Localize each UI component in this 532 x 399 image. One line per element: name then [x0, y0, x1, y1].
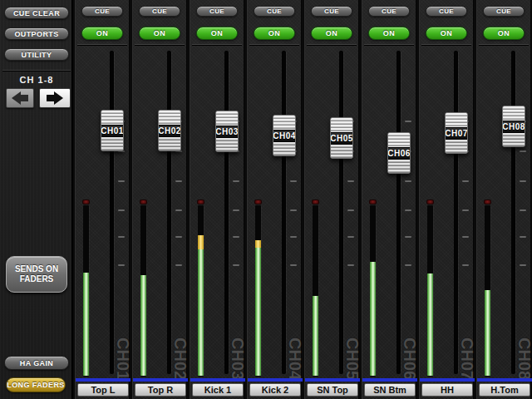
fader-scale-tick — [290, 236, 297, 238]
level-meter-green-segment — [427, 273, 433, 376]
cue-button[interactable]: CUE — [426, 6, 467, 17]
level-meter-green-segment — [198, 249, 204, 376]
cue-clear-button[interactable]: CUE CLEAR — [4, 7, 69, 19]
sends-on-faders-button[interactable]: SENDS ON FADERS — [6, 256, 67, 293]
fader-knob-channel-label: CH04 — [273, 130, 295, 142]
fader-scale-tick — [405, 264, 411, 266]
fader-track — [224, 51, 229, 374]
fader-scale-tick — [462, 180, 469, 182]
channel-color-bar — [76, 378, 131, 382]
fader-knob-grip-bottom — [331, 145, 352, 159]
fader-scale-tick — [290, 264, 297, 266]
channel-strip: CUE ON CH02 CH02 Top R — [132, 0, 187, 399]
arrow-left-icon — [12, 91, 28, 105]
strip-divider — [421, 44, 471, 45]
fader-knob-channel-label: CH02 — [159, 125, 180, 137]
channel-name-plate[interactable]: HH — [421, 383, 473, 397]
cue-button[interactable]: CUE — [311, 6, 352, 17]
fader-knob[interactable]: CH03 — [215, 111, 239, 152]
fader-knob-grip-top — [216, 111, 238, 126]
fader-scale-tick — [233, 236, 239, 238]
fader-scale-tick — [233, 180, 239, 182]
channel-name-plate[interactable]: Kick 2 — [249, 383, 301, 397]
cue-button[interactable]: CUE — [196, 6, 238, 17]
fader-knob[interactable]: CH02 — [158, 110, 181, 151]
channel-id-watermark: CH08 — [516, 337, 532, 380]
strip-divider — [307, 44, 357, 45]
fader-knob-channel-label: CH03 — [216, 126, 238, 138]
channel-color-bar — [362, 378, 417, 382]
fader-knob-grip-top — [159, 111, 180, 125]
fader-knob[interactable]: CH01 — [101, 110, 124, 151]
channel-on-button[interactable]: ON — [139, 27, 180, 40]
fader-knob-grip-top — [273, 116, 295, 130]
fader-scale-tick — [462, 209, 469, 211]
channel-name-plate[interactable]: H.Tom — [479, 383, 530, 397]
channel-name-plate[interactable]: Top L — [77, 383, 129, 397]
bank-next-button[interactable] — [39, 88, 71, 108]
fader-knob-grip-bottom — [503, 133, 525, 147]
fader-knob-channel-label: CH05 — [331, 132, 352, 145]
fader-knob[interactable]: CH05 — [330, 117, 353, 159]
fader-knob-grip-top — [503, 106, 525, 121]
fader-scale-tick — [405, 180, 411, 182]
fader-track — [511, 51, 515, 374]
channel-on-button[interactable]: ON — [483, 27, 525, 40]
clip-indicator-led — [140, 200, 147, 204]
fader-scale-tick — [347, 209, 354, 211]
fader-knob-channel-label: CH07 — [446, 127, 467, 140]
channel-on-button[interactable]: ON — [311, 27, 352, 40]
channel-name-plate[interactable]: Kick 1 — [192, 383, 244, 397]
channel-bank-label: CH 1-8 — [0, 75, 73, 85]
fader-knob-grip-bottom — [446, 140, 467, 154]
channel-on-button[interactable]: ON — [196, 27, 238, 40]
fader-knob[interactable]: CH08 — [502, 106, 525, 147]
fader-scale-tick — [405, 121, 411, 122]
fader-scale-tick — [347, 236, 354, 238]
strip-divider — [192, 44, 242, 45]
channel-id-watermark: CH06 — [401, 337, 418, 380]
fader-scale-tick — [118, 180, 125, 182]
fader-knob[interactable]: CH07 — [445, 112, 468, 154]
fader-knob-grip-bottom — [159, 137, 180, 151]
utility-button[interactable]: UTILITY — [4, 48, 69, 61]
strip-divider — [364, 44, 414, 45]
channel-on-button[interactable]: ON — [426, 27, 467, 40]
cue-button[interactable]: CUE — [254, 6, 295, 17]
fader-knob-grip-bottom — [216, 138, 238, 152]
fader-scale-tick — [118, 264, 125, 266]
fader-scale-tick — [520, 209, 526, 211]
channel-name-plate[interactable]: Top R — [135, 383, 186, 397]
arrow-right-icon — [47, 91, 63, 105]
strip-divider — [135, 44, 185, 45]
fader-scale-tick — [520, 264, 526, 266]
long-faders-button[interactable]: LONG FADERS — [6, 377, 66, 392]
fader-knob[interactable]: CH06 — [387, 132, 411, 174]
outports-button[interactable]: OUTPORTS — [4, 27, 69, 40]
fader-scale-tick — [405, 236, 411, 238]
channel-strip: CUE ON CH07 CH07 HH — [419, 0, 474, 399]
channel-on-button[interactable]: ON — [81, 27, 123, 40]
fader-knob-grip-bottom — [273, 142, 295, 156]
level-meter-green-segment — [370, 262, 376, 376]
cue-button[interactable]: CUE — [81, 6, 123, 17]
fader-knob[interactable]: CH04 — [273, 115, 296, 156]
fader-scale-tick — [290, 209, 297, 211]
bank-previous-button[interactable] — [6, 88, 34, 108]
cue-button[interactable]: CUE — [483, 6, 525, 17]
channel-name-plate[interactable]: SN Btm — [364, 383, 416, 397]
fader-scale-tick — [175, 209, 182, 211]
channel-color-bar — [190, 378, 245, 382]
channel-on-button[interactable]: ON — [368, 27, 410, 40]
level-meter-green-segment — [313, 296, 318, 376]
channel-id-watermark: CH04 — [287, 337, 303, 380]
fader-knob-channel-label: CH01 — [101, 125, 123, 137]
ha-gain-button[interactable]: HA GAIN — [4, 356, 69, 370]
channel-name-plate[interactable]: SN Top — [307, 383, 358, 397]
cue-button[interactable]: CUE — [139, 6, 180, 17]
fader-scale-tick — [118, 209, 125, 211]
cue-button[interactable]: CUE — [368, 6, 410, 17]
level-meter-yellow-segment — [198, 235, 204, 249]
sidebar-divider — [2, 70, 71, 71]
channel-on-button[interactable]: ON — [254, 27, 295, 40]
